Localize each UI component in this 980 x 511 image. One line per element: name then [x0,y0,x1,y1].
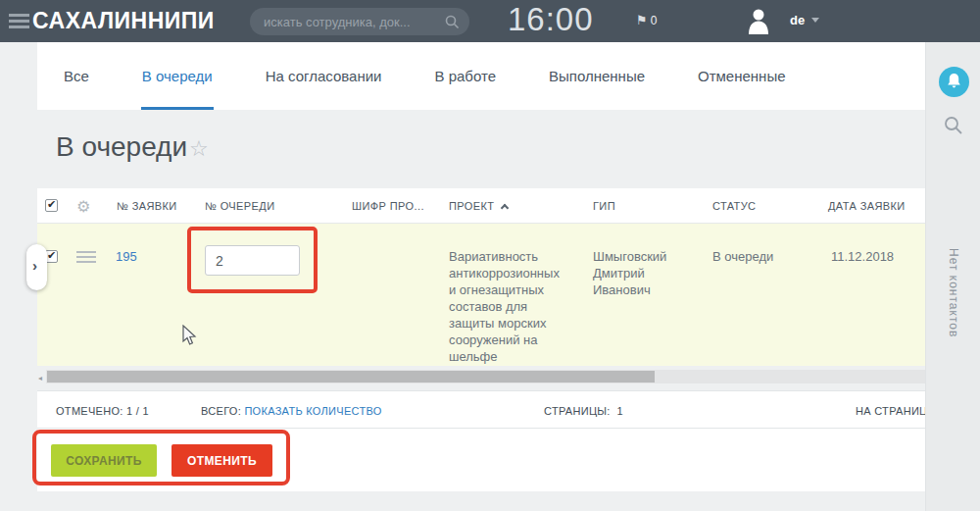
table-row[interactable]: › 195 Вариативность антикоррозионных и о… [37,224,925,366]
queue-number-input[interactable] [205,245,300,276]
flag-counter[interactable]: ⚑0 [636,13,657,27]
page-title: В очереди [56,131,187,163]
column-header-request[interactable]: № ЗАЯВКИ [117,200,177,212]
menu-icon[interactable] [9,14,29,28]
show-count-link[interactable]: ПОКАЗАТЬ КОЛИЧЕСТВО [244,405,381,417]
language-label: de [790,13,805,27]
tab-cancelled[interactable]: Отмененные [697,45,787,110]
per-page-label: НА СТРАНИЦ [856,405,925,417]
total-counter: ВСЕГО: ПОКАЗАТЬ КОЛИЧЕСТВО [201,405,382,417]
flag-icon: ⚑ [636,13,648,27]
sort-asc-icon [501,204,509,212]
cancel-button[interactable]: ОТМЕНИТЬ [172,444,272,477]
select-all-checkbox[interactable] [45,199,58,212]
bell-icon [946,73,962,90]
clock: 16:00 [508,1,594,38]
user-avatar-icon[interactable] [747,8,770,38]
language-switcher[interactable]: de [790,13,819,27]
column-header-date[interactable]: ДАТА ЗАЯВКИ [828,200,906,212]
right-sidebar: Нет контактов [925,42,980,511]
expand-row-handle[interactable]: › [26,244,47,290]
actions-area: СОХРАНИТЬ ОТМЕНИТЬ [37,429,925,491]
favorite-star-icon[interactable]: ☆ [189,136,209,162]
search-icon[interactable] [445,15,460,33]
column-header-code[interactable]: ШИФР ПРО... [352,200,424,212]
flag-count: 0 [651,14,658,27]
hscrollbar-track[interactable] [46,370,925,383]
pages-info: СТРАНИЦЫ: 1 [544,405,623,417]
gip-cell: Шмыговский Дмитрий Иванович [593,248,686,298]
marked-counter: ОТМЕЧЕНО: 1 / 1 [56,405,149,417]
request-number-link[interactable]: 195 [116,248,137,265]
column-header-status[interactable]: СТАТУС [712,200,756,212]
hscrollbar-thumb[interactable] [47,371,655,383]
tab-on-approval[interactable]: На согласовании [265,45,383,110]
main-content: Все В очереди На согласовании В работе В… [37,42,925,511]
tab-all[interactable]: Все [63,45,90,110]
row-drag-handle-icon[interactable] [76,251,96,263]
tab-in-queue[interactable]: В очереди [141,45,214,110]
status-cell: В очереди [712,248,773,265]
hscroll-area: ◂ [37,366,925,390]
sidebar-search-icon[interactable] [944,116,963,139]
contacts-empty-label: Нет контактов [947,248,960,337]
table-footer: ОТМЕЧЕНО: 1 / 1 ВСЕГО: ПОКАЗАТЬ КОЛИЧЕСТ… [37,390,925,429]
app-logo: САХАЛИННИПИ [32,8,215,34]
date-cell: 11.12.2018 [831,248,894,265]
app-header: САХАЛИННИПИ 16:00 ⚑0 de [0,0,980,42]
project-cell: Вариативность антикоррозионных и огнезащ… [449,248,555,365]
global-search[interactable] [250,8,469,35]
title-area: В очереди ☆ [37,110,925,188]
chevron-right-icon: › [32,257,37,274]
tab-completed[interactable]: Выполненные [548,45,646,110]
column-header-gip[interactable]: ГИП [593,200,615,212]
column-header-project[interactable]: ПРОЕКТ [449,200,508,212]
page-number[interactable]: 1 [616,405,622,417]
column-header-queue[interactable]: № ОЧЕРЕДИ [205,200,274,212]
table-settings-gear-icon[interactable]: ⚙ [76,197,90,216]
tab-in-progress[interactable]: В работе [434,45,498,110]
marked-value: 1 / 1 [126,405,149,417]
save-button[interactable]: СОХРАНИТЬ [51,444,157,477]
table-header: ⚙ № ЗАЯВКИ № ОЧЕРЕДИ ШИФР ПРО... ПРОЕКТ … [37,188,925,224]
scroll-left-arrow-icon[interactable]: ◂ [38,374,42,383]
notifications-button[interactable] [939,67,969,97]
chevron-down-icon [811,18,819,23]
search-input[interactable] [264,8,440,35]
status-tabs: Все В очереди На согласовании В работе В… [37,42,925,110]
